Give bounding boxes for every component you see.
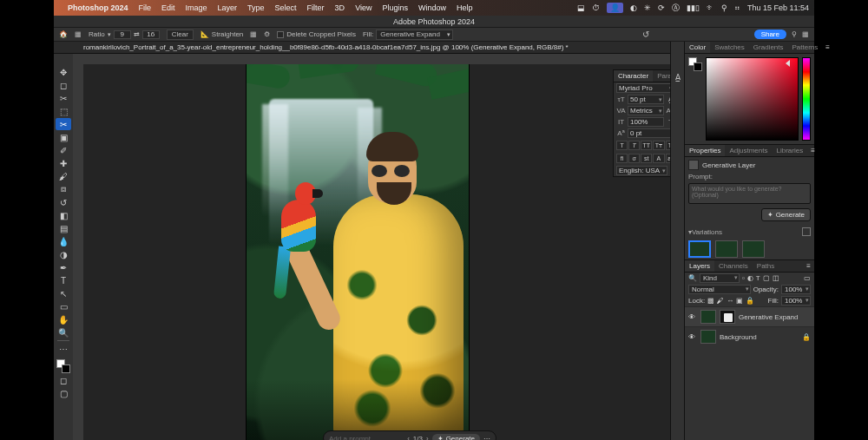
eyedropper-tool[interactable]: ✐ bbox=[56, 144, 71, 156]
ratio-width-input[interactable] bbox=[114, 30, 131, 39]
opentype-sigma[interactable]: σ bbox=[628, 154, 640, 163]
dropbox-icon[interactable]: ⬓ bbox=[577, 3, 585, 12]
delete-cropped-checkbox[interactable] bbox=[277, 31, 284, 38]
tab-channels[interactable]: Channels bbox=[714, 260, 753, 272]
allcaps-button[interactable]: TT bbox=[641, 141, 652, 150]
layer-name[interactable]: Background bbox=[720, 333, 757, 341]
app-menu[interactable]: Photoshop 2024 bbox=[68, 3, 128, 12]
zoom-tool[interactable]: 🔍 bbox=[56, 326, 71, 338]
variation-1[interactable] bbox=[688, 240, 711, 258]
time-tracker-icon[interactable]: ⏱ bbox=[592, 3, 600, 12]
settings-icon[interactable]: ⚙ bbox=[264, 30, 270, 38]
lock-image-icon[interactable]: 🖌 bbox=[717, 297, 724, 305]
menu-image[interactable]: Image bbox=[186, 3, 207, 12]
battery-icon[interactable]: ▮▮▯ bbox=[687, 3, 700, 12]
healing-brush-tool[interactable]: ✚ bbox=[56, 157, 71, 169]
filter-toggle[interactable]: ▭ bbox=[804, 274, 811, 282]
fill-dropdown[interactable]: Generative Expand bbox=[376, 30, 453, 40]
filter-shape-icon[interactable]: ▢ bbox=[763, 274, 770, 282]
menu-3d[interactable]: 3D bbox=[335, 3, 345, 12]
blur-tool[interactable]: 💧 bbox=[56, 235, 71, 247]
menu-select[interactable]: Select bbox=[275, 3, 297, 12]
vscale-input[interactable]: 100% bbox=[628, 117, 664, 127]
sync-icon[interactable]: ⟳ bbox=[658, 3, 665, 12]
layer-visibility-icon[interactable]: 👁 bbox=[688, 333, 697, 341]
ratio-height-input[interactable] bbox=[142, 30, 160, 39]
color-swatches[interactable] bbox=[56, 359, 70, 373]
home-icon[interactable]: 🏠 bbox=[59, 30, 68, 38]
variation-3[interactable] bbox=[742, 240, 765, 258]
bluetooth-icon[interactable]: ✳ bbox=[644, 3, 651, 12]
tab-color[interactable]: Color bbox=[685, 42, 710, 53]
lock-position-icon[interactable]: ↔ bbox=[727, 297, 733, 305]
shape-tool[interactable]: ▭ bbox=[56, 300, 71, 312]
reset-crop-icon[interactable]: ↺ bbox=[642, 30, 649, 39]
share-button[interactable]: Share bbox=[754, 30, 786, 39]
dodge-tool[interactable]: ◑ bbox=[56, 248, 71, 260]
straighten-label[interactable]: Straighten bbox=[212, 30, 243, 38]
smallcaps-button[interactable]: Tᴛ bbox=[653, 141, 664, 150]
menu-view[interactable]: View bbox=[355, 3, 372, 12]
move-tool[interactable]: ✥ bbox=[56, 66, 71, 78]
object-select-tool[interactable]: ⬚ bbox=[56, 105, 71, 117]
filter-type-icon[interactable]: T bbox=[756, 274, 760, 282]
overlay-icon[interactable]: ▦ bbox=[250, 30, 257, 38]
filter-smart-icon[interactable]: ◫ bbox=[773, 274, 779, 282]
tab-paths[interactable]: Paths bbox=[753, 260, 779, 272]
prompt-input[interactable]: What would you like to generate? (Option… bbox=[688, 183, 811, 204]
menu-window[interactable]: Window bbox=[418, 3, 446, 12]
kerning-dropdown[interactable]: Metrics bbox=[628, 106, 664, 115]
tab-libraries[interactable]: Libraries bbox=[773, 145, 808, 156]
menu-type[interactable]: Type bbox=[247, 3, 265, 12]
quick-mask-icon[interactable]: ◻ bbox=[56, 374, 71, 386]
layer-background[interactable]: 👁 Background 🔒 bbox=[685, 326, 814, 346]
workspace-icon[interactable]: ▦ bbox=[802, 30, 809, 38]
menu-edit[interactable]: Edit bbox=[161, 3, 175, 12]
layer-visibility-icon[interactable]: 👁 bbox=[688, 313, 697, 321]
opentype-st[interactable]: st bbox=[641, 154, 652, 163]
screen-mode-icon[interactable]: ▢ bbox=[56, 387, 71, 399]
hand-tool[interactable]: ✋ bbox=[56, 313, 71, 325]
faux-italic-button[interactable]: T bbox=[628, 141, 640, 150]
clock[interactable]: Thu 15 Feb 11:54 bbox=[747, 3, 809, 12]
path-select-tool[interactable]: ↖ bbox=[56, 287, 71, 299]
lock-all-icon[interactable]: 🔒 bbox=[746, 297, 754, 305]
crop-tool[interactable]: ✂ bbox=[56, 118, 71, 130]
language-dropdown[interactable]: English: USA bbox=[616, 166, 667, 175]
tab-swatches[interactable]: Swatches bbox=[710, 42, 749, 53]
screen-share-icon[interactable]: 👤 bbox=[607, 3, 623, 13]
variation-2[interactable] bbox=[715, 240, 738, 258]
clone-stamp-tool[interactable]: ⧈ bbox=[56, 183, 71, 195]
generate-button[interactable]: ✦Generate bbox=[761, 208, 811, 221]
wifi-icon[interactable]: ᯤ bbox=[707, 3, 714, 12]
font-size-input[interactable]: 50 pt bbox=[628, 95, 664, 104]
color-field[interactable] bbox=[706, 57, 799, 141]
layer-name[interactable]: Generative Expand bbox=[739, 313, 799, 321]
menu-file[interactable]: File bbox=[139, 3, 152, 12]
genbar-prev-icon[interactable]: ‹ bbox=[407, 435, 410, 441]
genbar-generate-button[interactable]: ✦Generate bbox=[432, 434, 480, 441]
pen-tool[interactable]: ✒ bbox=[56, 261, 71, 273]
lock-artboard-icon[interactable]: ▣ bbox=[736, 297, 743, 305]
faux-bold-button[interactable]: T bbox=[616, 141, 628, 150]
layer-thumbnail[interactable] bbox=[700, 330, 716, 344]
blend-mode-dropdown[interactable]: Normal bbox=[688, 285, 751, 294]
variations-grid-icon[interactable] bbox=[802, 227, 811, 236]
color-fg-bg-swatch[interactable] bbox=[688, 57, 702, 71]
baseline-input[interactable]: 0 pt bbox=[628, 128, 673, 138]
eraser-tool[interactable]: ◧ bbox=[56, 209, 71, 221]
opentype-fi[interactable]: fi bbox=[616, 154, 628, 163]
menu-layer[interactable]: Layer bbox=[218, 3, 238, 12]
menu-filter[interactable]: Filter bbox=[307, 3, 325, 12]
glyphs-panel-icon[interactable]: A̲ bbox=[675, 73, 681, 82]
swap-ratio-icon[interactable]: ⇄ bbox=[134, 30, 140, 38]
gradient-tool[interactable]: ▤ bbox=[56, 222, 71, 234]
font-family-dropdown[interactable]: Myriad Pro bbox=[616, 83, 674, 93]
genbar-more-icon[interactable]: ⋯ bbox=[483, 435, 490, 441]
genbar-next-icon[interactable]: › bbox=[426, 435, 429, 441]
type-tool[interactable]: T bbox=[56, 274, 71, 286]
filter-pixel-icon[interactable]: ▫ bbox=[742, 274, 745, 282]
lock-icon[interactable]: 🔒 bbox=[802, 333, 811, 341]
history-brush-tool[interactable]: ↺ bbox=[56, 196, 71, 208]
ruler-vertical[interactable] bbox=[73, 64, 83, 440]
